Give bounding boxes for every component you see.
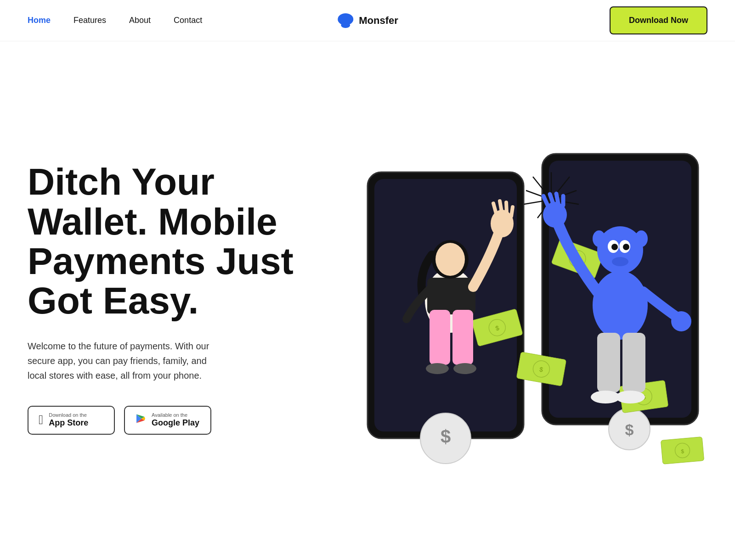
hero-content: Ditch Your Wallet. Mobile Payments Just … xyxy=(28,162,294,434)
app-store-large-text: App Store xyxy=(49,418,88,428)
svg-rect-60 xyxy=(597,333,620,392)
app-store-small-text: Download on the xyxy=(49,412,88,418)
svg-point-53 xyxy=(612,257,628,266)
svg-rect-61 xyxy=(622,333,645,392)
svg-point-37 xyxy=(453,363,476,374)
svg-point-63 xyxy=(616,391,645,403)
logo-text: Monsfer xyxy=(359,15,398,27)
svg-line-57 xyxy=(556,194,558,203)
hero-illustration: $ $ $ $ $ xyxy=(322,69,735,528)
google-play-large-text: Google Play xyxy=(152,418,199,428)
svg-point-1 xyxy=(341,22,350,28)
hero-section: Ditch Your Wallet. Mobile Payments Just … xyxy=(0,41,735,546)
hero-description: Welcome to the future of payments. With … xyxy=(28,339,220,383)
logo-icon xyxy=(337,13,354,28)
google-play-small-text: Available on the xyxy=(152,412,199,418)
download-now-button[interactable]: Download Now xyxy=(610,6,707,34)
svg-point-51 xyxy=(611,244,618,250)
svg-text:$: $ xyxy=(441,426,451,447)
svg-point-64 xyxy=(593,230,605,247)
svg-point-59 xyxy=(671,311,691,331)
navbar: Home Features About Contact Monsfer Down… xyxy=(0,0,735,41)
svg-point-52 xyxy=(623,244,629,250)
svg-text:$: $ xyxy=(625,421,634,438)
logo: Monsfer xyxy=(337,13,398,28)
nav-features[interactable]: Features xyxy=(74,16,106,25)
svg-rect-26 xyxy=(427,278,475,314)
svg-point-36 xyxy=(426,363,449,374)
nav-contact[interactable]: Contact xyxy=(174,16,202,25)
nav-home[interactable]: Home xyxy=(28,16,51,25)
hero-title: Ditch Your Wallet. Mobile Payments Just … xyxy=(28,162,294,320)
svg-line-35 xyxy=(511,207,513,216)
google-play-button[interactable]: Available on the Google Play xyxy=(124,406,211,435)
play-icon xyxy=(135,413,146,427)
svg-rect-27 xyxy=(430,310,450,365)
svg-point-47 xyxy=(593,271,648,340)
app-store-button[interactable]:  Download on the App Store xyxy=(28,406,115,435)
svg-point-48 xyxy=(597,226,643,274)
svg-line-34 xyxy=(506,202,507,213)
svg-point-65 xyxy=(635,230,648,247)
apple-icon:  xyxy=(39,413,43,427)
hero-svg: $ $ $ $ $ xyxy=(322,69,735,528)
svg-line-33 xyxy=(500,201,502,212)
svg-point-30 xyxy=(435,243,465,276)
svg-rect-28 xyxy=(452,310,473,365)
nav-about[interactable]: About xyxy=(129,16,151,25)
store-buttons:  Download on the App Store Available xyxy=(28,406,294,435)
